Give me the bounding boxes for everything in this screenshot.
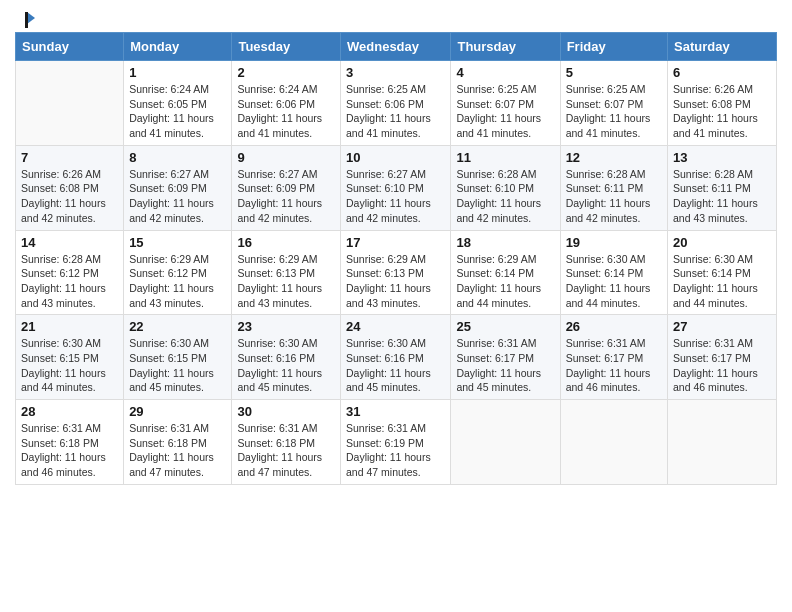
calendar-cell: 18Sunrise: 6:29 AM Sunset: 6:14 PM Dayli… — [451, 230, 560, 315]
day-info: Sunrise: 6:31 AM Sunset: 6:18 PM Dayligh… — [21, 421, 118, 480]
day-info: Sunrise: 6:31 AM Sunset: 6:18 PM Dayligh… — [129, 421, 226, 480]
day-number: 23 — [237, 319, 335, 334]
day-header-friday: Friday — [560, 33, 667, 61]
calendar-cell: 29Sunrise: 6:31 AM Sunset: 6:18 PM Dayli… — [124, 400, 232, 485]
day-number: 31 — [346, 404, 445, 419]
calendar-cell: 31Sunrise: 6:31 AM Sunset: 6:19 PM Dayli… — [341, 400, 451, 485]
day-number: 16 — [237, 235, 335, 250]
day-info: Sunrise: 6:30 AM Sunset: 6:16 PM Dayligh… — [346, 336, 445, 395]
calendar-cell: 5Sunrise: 6:25 AM Sunset: 6:07 PM Daylig… — [560, 61, 667, 146]
week-row-2: 7Sunrise: 6:26 AM Sunset: 6:08 PM Daylig… — [16, 145, 777, 230]
calendar-cell: 10Sunrise: 6:27 AM Sunset: 6:10 PM Dayli… — [341, 145, 451, 230]
day-number: 24 — [346, 319, 445, 334]
day-info: Sunrise: 6:29 AM Sunset: 6:13 PM Dayligh… — [237, 252, 335, 311]
day-number: 22 — [129, 319, 226, 334]
calendar-cell: 3Sunrise: 6:25 AM Sunset: 6:06 PM Daylig… — [341, 61, 451, 146]
day-info: Sunrise: 6:30 AM Sunset: 6:14 PM Dayligh… — [673, 252, 771, 311]
calendar-cell — [16, 61, 124, 146]
day-number: 9 — [237, 150, 335, 165]
day-number: 8 — [129, 150, 226, 165]
day-info: Sunrise: 6:31 AM Sunset: 6:17 PM Dayligh… — [456, 336, 554, 395]
week-row-1: 1Sunrise: 6:24 AM Sunset: 6:05 PM Daylig… — [16, 61, 777, 146]
calendar-cell: 21Sunrise: 6:30 AM Sunset: 6:15 PM Dayli… — [16, 315, 124, 400]
day-info: Sunrise: 6:31 AM Sunset: 6:17 PM Dayligh… — [673, 336, 771, 395]
logo-flag-icon — [17, 10, 37, 30]
day-info: Sunrise: 6:26 AM Sunset: 6:08 PM Dayligh… — [673, 82, 771, 141]
calendar-cell: 24Sunrise: 6:30 AM Sunset: 6:16 PM Dayli… — [341, 315, 451, 400]
day-info: Sunrise: 6:28 AM Sunset: 6:11 PM Dayligh… — [673, 167, 771, 226]
day-number: 7 — [21, 150, 118, 165]
calendar-cell — [560, 400, 667, 485]
calendar-cell: 26Sunrise: 6:31 AM Sunset: 6:17 PM Dayli… — [560, 315, 667, 400]
calendar-cell: 20Sunrise: 6:30 AM Sunset: 6:14 PM Dayli… — [668, 230, 777, 315]
day-header-sunday: Sunday — [16, 33, 124, 61]
day-number: 20 — [673, 235, 771, 250]
day-number: 4 — [456, 65, 554, 80]
calendar-cell: 16Sunrise: 6:29 AM Sunset: 6:13 PM Dayli… — [232, 230, 341, 315]
calendar-cell: 12Sunrise: 6:28 AM Sunset: 6:11 PM Dayli… — [560, 145, 667, 230]
day-info: Sunrise: 6:31 AM Sunset: 6:18 PM Dayligh… — [237, 421, 335, 480]
day-number: 17 — [346, 235, 445, 250]
page: SundayMondayTuesdayWednesdayThursdayFrid… — [0, 0, 792, 612]
day-info: Sunrise: 6:25 AM Sunset: 6:06 PM Dayligh… — [346, 82, 445, 141]
day-header-thursday: Thursday — [451, 33, 560, 61]
logo — [15, 10, 37, 24]
day-info: Sunrise: 6:28 AM Sunset: 6:12 PM Dayligh… — [21, 252, 118, 311]
calendar-cell: 23Sunrise: 6:30 AM Sunset: 6:16 PM Dayli… — [232, 315, 341, 400]
calendar-cell: 1Sunrise: 6:24 AM Sunset: 6:05 PM Daylig… — [124, 61, 232, 146]
day-number: 11 — [456, 150, 554, 165]
day-number: 6 — [673, 65, 771, 80]
day-info: Sunrise: 6:25 AM Sunset: 6:07 PM Dayligh… — [456, 82, 554, 141]
svg-rect-1 — [25, 12, 28, 28]
week-row-4: 21Sunrise: 6:30 AM Sunset: 6:15 PM Dayli… — [16, 315, 777, 400]
calendar-cell: 27Sunrise: 6:31 AM Sunset: 6:17 PM Dayli… — [668, 315, 777, 400]
calendar-cell: 30Sunrise: 6:31 AM Sunset: 6:18 PM Dayli… — [232, 400, 341, 485]
calendar-cell: 22Sunrise: 6:30 AM Sunset: 6:15 PM Dayli… — [124, 315, 232, 400]
header — [15, 10, 777, 24]
calendar-cell: 15Sunrise: 6:29 AM Sunset: 6:12 PM Dayli… — [124, 230, 232, 315]
day-info: Sunrise: 6:28 AM Sunset: 6:11 PM Dayligh… — [566, 167, 662, 226]
calendar-cell: 25Sunrise: 6:31 AM Sunset: 6:17 PM Dayli… — [451, 315, 560, 400]
day-number: 14 — [21, 235, 118, 250]
day-info: Sunrise: 6:31 AM Sunset: 6:19 PM Dayligh… — [346, 421, 445, 480]
day-number: 27 — [673, 319, 771, 334]
day-info: Sunrise: 6:29 AM Sunset: 6:12 PM Dayligh… — [129, 252, 226, 311]
day-info: Sunrise: 6:30 AM Sunset: 6:15 PM Dayligh… — [21, 336, 118, 395]
day-info: Sunrise: 6:24 AM Sunset: 6:05 PM Dayligh… — [129, 82, 226, 141]
day-info: Sunrise: 6:25 AM Sunset: 6:07 PM Dayligh… — [566, 82, 662, 141]
day-info: Sunrise: 6:27 AM Sunset: 6:10 PM Dayligh… — [346, 167, 445, 226]
svg-marker-0 — [27, 12, 35, 24]
calendar-cell: 4Sunrise: 6:25 AM Sunset: 6:07 PM Daylig… — [451, 61, 560, 146]
day-number: 13 — [673, 150, 771, 165]
calendar-cell — [451, 400, 560, 485]
day-info: Sunrise: 6:27 AM Sunset: 6:09 PM Dayligh… — [237, 167, 335, 226]
calendar-cell: 9Sunrise: 6:27 AM Sunset: 6:09 PM Daylig… — [232, 145, 341, 230]
day-info: Sunrise: 6:26 AM Sunset: 6:08 PM Dayligh… — [21, 167, 118, 226]
day-number: 25 — [456, 319, 554, 334]
day-number: 28 — [21, 404, 118, 419]
calendar-cell — [668, 400, 777, 485]
day-header-tuesday: Tuesday — [232, 33, 341, 61]
day-number: 21 — [21, 319, 118, 334]
day-info: Sunrise: 6:27 AM Sunset: 6:09 PM Dayligh… — [129, 167, 226, 226]
calendar-cell: 8Sunrise: 6:27 AM Sunset: 6:09 PM Daylig… — [124, 145, 232, 230]
calendar-cell: 28Sunrise: 6:31 AM Sunset: 6:18 PM Dayli… — [16, 400, 124, 485]
calendar-cell: 11Sunrise: 6:28 AM Sunset: 6:10 PM Dayli… — [451, 145, 560, 230]
day-number: 30 — [237, 404, 335, 419]
day-number: 15 — [129, 235, 226, 250]
calendar-cell: 7Sunrise: 6:26 AM Sunset: 6:08 PM Daylig… — [16, 145, 124, 230]
day-header-saturday: Saturday — [668, 33, 777, 61]
calendar-cell: 17Sunrise: 6:29 AM Sunset: 6:13 PM Dayli… — [341, 230, 451, 315]
day-number: 2 — [237, 65, 335, 80]
day-number: 10 — [346, 150, 445, 165]
week-row-3: 14Sunrise: 6:28 AM Sunset: 6:12 PM Dayli… — [16, 230, 777, 315]
day-header-monday: Monday — [124, 33, 232, 61]
calendar-cell: 14Sunrise: 6:28 AM Sunset: 6:12 PM Dayli… — [16, 230, 124, 315]
day-number: 29 — [129, 404, 226, 419]
calendar-cell: 2Sunrise: 6:24 AM Sunset: 6:06 PM Daylig… — [232, 61, 341, 146]
day-number: 18 — [456, 235, 554, 250]
day-header-wednesday: Wednesday — [341, 33, 451, 61]
day-number: 3 — [346, 65, 445, 80]
calendar-cell: 19Sunrise: 6:30 AM Sunset: 6:14 PM Dayli… — [560, 230, 667, 315]
week-row-5: 28Sunrise: 6:31 AM Sunset: 6:18 PM Dayli… — [16, 400, 777, 485]
